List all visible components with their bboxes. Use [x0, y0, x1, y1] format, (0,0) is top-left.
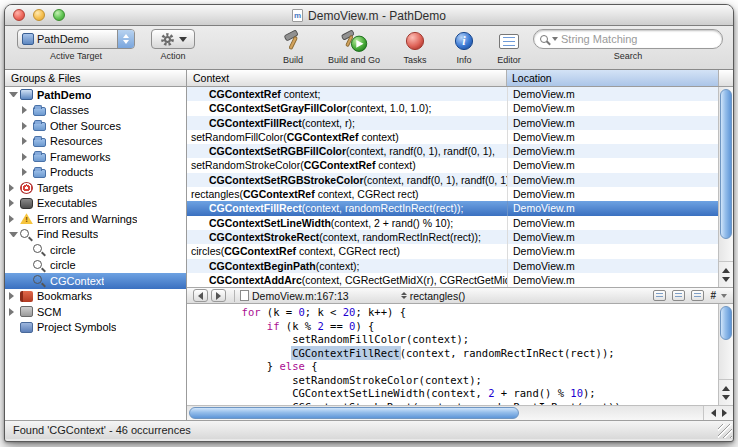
- function-popup[interactable]: rectangles(): [401, 290, 465, 302]
- result-row[interactable]: CGContextRef context;DemoView.m: [187, 87, 718, 101]
- sidebar-item-targets[interactable]: Targets: [5, 180, 186, 196]
- disclosure-open-icon[interactable]: [9, 232, 18, 237]
- editor-hscrollbar[interactable]: [187, 405, 733, 420]
- scroll-down-icon[interactable]: [722, 277, 730, 282]
- disclosure-closed-icon[interactable]: [22, 168, 31, 176]
- result-row[interactable]: CGContextFillRect(context, r);DemoView.m: [187, 116, 718, 130]
- search-icon[interactable]: [540, 35, 558, 43]
- active-target-value: PathDemo: [34, 33, 117, 45]
- sidebar-item-frameworks[interactable]: Frameworks: [5, 149, 186, 165]
- search-input[interactable]: [561, 33, 716, 45]
- result-row[interactable]: CGContextFillRect(context, randomRectInR…: [187, 201, 718, 215]
- gear-icon: [160, 32, 175, 47]
- disclosure-closed-icon[interactable]: [22, 122, 31, 130]
- tasks-button[interactable]: Tasks: [395, 29, 435, 65]
- sidebar-item-circle[interactable]: circle: [5, 242, 186, 258]
- build-and-go-button[interactable]: Build and Go: [321, 29, 387, 65]
- sidebar-item-label: Products: [50, 166, 93, 178]
- sidebar-item-pathdemo[interactable]: PathDemo: [5, 87, 186, 103]
- sidebar-item-executables[interactable]: Executables: [5, 196, 186, 212]
- search-field[interactable]: [533, 29, 723, 49]
- folder-icon: [33, 169, 46, 178]
- editor-button[interactable]: Editor: [489, 29, 529, 65]
- result-location-cell: DemoView.m: [507, 230, 718, 244]
- code-area[interactable]: for (k = 0; k < 20; k++) { if (k % 2 == …: [187, 304, 718, 405]
- breakpoints-menu-icon[interactable]: [672, 290, 685, 301]
- build-button[interactable]: Build: [273, 29, 313, 65]
- result-row[interactable]: CGContextSetLineWidth(context, 2 + rand(…: [187, 216, 718, 230]
- sidebar-item-find-results[interactable]: Find Results: [5, 227, 186, 243]
- action-button[interactable]: [151, 29, 195, 49]
- resize-grip-icon[interactable]: [718, 424, 732, 438]
- result-context-cell: CGContextSetRGBFillColor(context, randf(…: [187, 144, 507, 158]
- content-area: Groups & Files PathDemoClassesOther Sour…: [5, 70, 733, 420]
- column-header-cap: [718, 70, 733, 86]
- popup-updown-icon: [401, 292, 407, 299]
- column-header-context[interactable]: Context: [187, 70, 507, 86]
- result-row[interactable]: CGContextSetRGBFillColor(context, randf(…: [187, 144, 718, 158]
- result-row[interactable]: setRandomStrokeColor(CGContextRef contex…: [187, 158, 718, 172]
- results-scrollbar-thumb[interactable]: [720, 89, 732, 239]
- result-row[interactable]: setRandomFillColor(CGContextRef context)…: [187, 130, 718, 144]
- disclosure-closed-icon[interactable]: [22, 153, 31, 161]
- active-target-popup[interactable]: PathDemo: [17, 29, 135, 49]
- result-location-cell: DemoView.m: [507, 173, 718, 187]
- result-context-cell: circles(CGContextRef context, CGRect rec…: [187, 244, 507, 258]
- search-label: Search: [614, 51, 643, 61]
- result-row[interactable]: CGContextSetRGBStrokeColor(context, rand…: [187, 173, 718, 187]
- disclosure-none-icon: [9, 327, 18, 328]
- scroll-up-icon[interactable]: [722, 386, 730, 391]
- scroll-down-icon[interactable]: [722, 395, 730, 400]
- disclosure-closed-icon[interactable]: [22, 137, 31, 145]
- disclosure-closed-icon[interactable]: [22, 106, 31, 114]
- document-icon-letter: m: [294, 11, 301, 20]
- scroll-right-icon[interactable]: [722, 409, 727, 417]
- result-row[interactable]: CGContextSetGrayFillColor(context, 1.0, …: [187, 101, 718, 115]
- code-line: setRandomFillColor(context);: [191, 333, 718, 347]
- sidebar-item-errors-and-warnings[interactable]: Errors and Warnings: [5, 211, 186, 227]
- disclosure-open-icon[interactable]: [9, 92, 18, 97]
- action-label: Action: [160, 51, 185, 61]
- disclosure-closed-icon[interactable]: [9, 199, 18, 207]
- forward-button[interactable]: [211, 289, 226, 302]
- disclosure-closed-icon[interactable]: [9, 292, 18, 300]
- symbols-popup-icon[interactable]: #: [710, 290, 727, 301]
- bookmarks-menu-icon[interactable]: [653, 290, 666, 301]
- counterpart-file-icon[interactable]: [691, 290, 704, 301]
- sidebar-item-cgcontext[interactable]: CGContext: [5, 273, 186, 289]
- column-header-location[interactable]: Location: [507, 70, 718, 86]
- editor-scrollbar[interactable]: [718, 304, 733, 405]
- disclosure-closed-icon[interactable]: [9, 184, 18, 192]
- back-button[interactable]: [193, 289, 208, 302]
- result-row[interactable]: CGContextAddArc(context, CGRectGetMidX(r…: [187, 273, 718, 287]
- result-row[interactable]: CGContextStrokeRect(context, randomRectI…: [187, 230, 718, 244]
- result-row[interactable]: rectangles(CGContextRef context, CGRect …: [187, 187, 718, 201]
- sidebar-item-project-symbols[interactable]: Project Symbols: [5, 320, 186, 336]
- scroll-left-icon[interactable]: [711, 409, 716, 417]
- result-context-cell: CGContextAddArc(context, CGRectGetMidX(r…: [187, 273, 507, 287]
- sidebar-item-scm[interactable]: SCM: [5, 304, 186, 320]
- result-row[interactable]: circles(CGContextRef context, CGRect rec…: [187, 244, 718, 258]
- disclosure-closed-icon[interactable]: [9, 215, 18, 223]
- result-row[interactable]: CGContextBeginPath(context);DemoView.m: [187, 259, 718, 273]
- sidebar-item-bookmarks[interactable]: Bookmarks: [5, 289, 186, 305]
- result-location-cell: DemoView.m: [507, 201, 718, 215]
- titlebar[interactable]: m DemoView.m - PathDemo: [5, 5, 733, 26]
- chevron-down-icon: [721, 294, 727, 298]
- info-button[interactable]: i Info: [447, 29, 481, 65]
- result-location-cell: DemoView.m: [507, 244, 718, 258]
- target-icon: [20, 182, 33, 194]
- sidebar-item-products[interactable]: Products: [5, 165, 186, 181]
- disclosure-closed-icon[interactable]: [9, 308, 18, 316]
- results-scrollbar[interactable]: [718, 87, 733, 287]
- file-history-popup[interactable]: DemoView.m:167:13: [240, 290, 349, 302]
- scroll-up-icon[interactable]: [722, 268, 730, 273]
- editor-hscrollbar-thumb[interactable]: [189, 407, 519, 419]
- result-context-cell: CGContextBeginPath(context);: [187, 259, 507, 273]
- active-target-label: Active Target: [50, 51, 102, 61]
- editor-scrollbar-thumb[interactable]: [720, 306, 732, 340]
- sidebar-item-circle[interactable]: circle: [5, 258, 186, 274]
- sidebar-item-other-sources[interactable]: Other Sources: [5, 118, 186, 134]
- sidebar-item-resources[interactable]: Resources: [5, 134, 186, 150]
- sidebar-item-classes[interactable]: Classes: [5, 103, 186, 119]
